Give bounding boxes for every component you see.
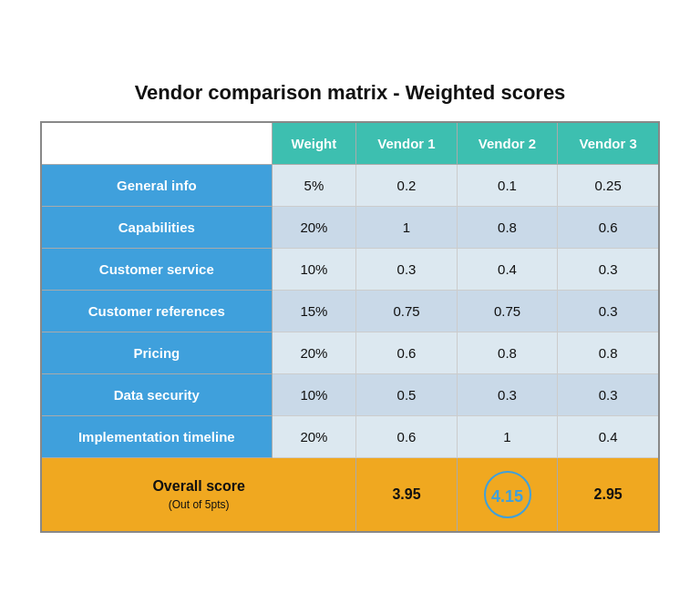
row-vendor3: 0.6 [558, 206, 659, 248]
table-row: Implementation timeline20%0.610.4 [41, 415, 659, 457]
header-vendor1: Vendor 1 [356, 122, 458, 165]
overall-score-sublabel: (Out of 5pts) [169, 498, 230, 511]
row-label: Data security [41, 373, 272, 415]
row-vendor1: 0.6 [356, 415, 458, 457]
table-row: Pricing20%0.60.80.8 [41, 332, 659, 373]
row-weight: 5% [272, 164, 356, 206]
row-vendor3: 0.8 [558, 332, 659, 373]
row-vendor2: 1 [457, 415, 558, 457]
overall-score-label: Overall score [152, 478, 244, 494]
footer-v2: 4.15 [457, 457, 558, 532]
row-vendor3: 0.4 [558, 415, 659, 457]
row-label: Pricing [41, 332, 272, 373]
row-weight: 20% [272, 415, 356, 457]
row-weight: 10% [272, 373, 356, 415]
row-vendor3: 0.25 [558, 164, 659, 206]
table-row: Customer references15%0.750.750.3 [41, 290, 659, 332]
row-vendor1: 0.2 [356, 164, 458, 206]
table-row: Customer service10%0.30.40.3 [41, 248, 659, 290]
main-container: Vendor comparison matrix - Weighted scor… [22, 63, 678, 551]
row-vendor2: 0.1 [457, 164, 558, 206]
row-vendor2: 0.8 [457, 332, 558, 373]
highlighted-score: 4.15 [484, 471, 531, 518]
table-row: Data security10%0.50.30.3 [41, 373, 659, 415]
table-row: General info5%0.20.10.25 [41, 164, 659, 206]
footer-v1: 3.95 [356, 457, 458, 532]
header-weight: Weight [272, 122, 356, 165]
row-label: Implementation timeline [41, 415, 272, 457]
row-vendor3: 0.3 [558, 248, 659, 290]
row-vendor3: 0.3 [558, 373, 659, 415]
footer-label: Overall score (Out of 5pts) [41, 457, 356, 532]
footer-row: Overall score (Out of 5pts) 3.95 4.15 2.… [41, 457, 659, 532]
row-vendor2: 0.75 [457, 290, 558, 332]
row-vendor1: 0.5 [356, 373, 458, 415]
header-col0 [41, 122, 272, 165]
header-vendor2: Vendor 2 [457, 122, 558, 165]
table-row: Capabilities20%10.80.6 [41, 206, 659, 248]
row-vendor1: 0.6 [356, 332, 458, 373]
page-title: Vendor comparison matrix - Weighted scor… [40, 81, 660, 105]
row-weight: 20% [272, 206, 356, 248]
row-label: Customer references [41, 290, 272, 332]
footer-v3: 2.95 [558, 457, 659, 532]
row-vendor2: 0.8 [457, 206, 558, 248]
row-vendor1: 1 [356, 206, 458, 248]
row-weight: 15% [272, 290, 356, 332]
row-label: Capabilities [41, 206, 272, 248]
row-vendor3: 0.3 [558, 290, 659, 332]
row-label: Customer service [41, 248, 272, 290]
row-label: General info [41, 164, 272, 206]
header-vendor3: Vendor 3 [558, 122, 659, 165]
row-vendor2: 0.4 [457, 248, 558, 290]
comparison-table: Weight Vendor 1 Vendor 2 Vendor 3 Genera… [40, 121, 660, 533]
row-weight: 10% [272, 248, 356, 290]
row-vendor1: 0.3 [356, 248, 458, 290]
row-weight: 20% [272, 332, 356, 373]
row-vendor2: 0.3 [457, 373, 558, 415]
header-row: Weight Vendor 1 Vendor 2 Vendor 3 [41, 122, 659, 165]
row-vendor1: 0.75 [356, 290, 458, 332]
